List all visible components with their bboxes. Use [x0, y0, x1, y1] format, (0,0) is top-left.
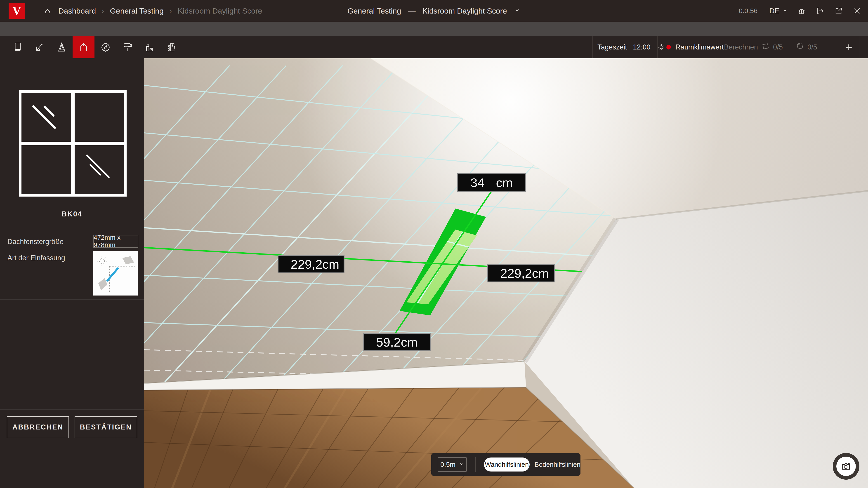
confirm-button[interactable]: BESTÄTIGEN	[74, 416, 137, 438]
sidebar-divider	[0, 299, 144, 300]
saved-views-value: 0/5	[773, 43, 783, 51]
tageszeit-label: Tageszeit	[597, 43, 627, 51]
sun-icon[interactable]	[656, 42, 666, 52]
guides-bottom-bar: 0.5m Wandhilfslinien Bodenhilfslinien	[431, 453, 581, 476]
toolrow-divider	[657, 36, 658, 58]
confirm-label: BESTÄTIGEN	[80, 423, 132, 431]
measurement-label-right: 229,2 cm	[487, 264, 555, 283]
measurement-label-top: 34 cm	[457, 173, 526, 192]
top-bar: V Dashboard › General Testing › Kidsroom…	[0, 0, 868, 22]
title-scene[interactable]: Kidsroom Daylight Score	[423, 6, 507, 15]
raumklima-group: Raumklimawert	[666, 36, 724, 58]
size-value-field[interactable]: 472mm x 978mm	[93, 235, 138, 248]
tool-row: Tageszeit 12:00 Raumklimawert Berechnen …	[0, 36, 868, 58]
title-project[interactable]: General Testing	[347, 6, 401, 15]
close-icon[interactable]	[852, 6, 862, 16]
logout-icon[interactable]	[815, 6, 825, 16]
grid-size-value: 0.5m	[440, 461, 456, 468]
screenshot-button[interactable]	[833, 453, 860, 480]
bottombar-divider	[475, 457, 476, 472]
tageszeit-value[interactable]: 12:00	[633, 43, 651, 51]
chevron-down-icon	[782, 7, 788, 15]
toolrow-divider	[859, 36, 860, 58]
tool-compass[interactable]	[94, 36, 116, 58]
berechnen-label: Berechnen	[724, 43, 758, 51]
header-divider-strip	[0, 22, 868, 36]
language-value: DE	[770, 7, 779, 15]
tool-roof-window[interactable]	[72, 36, 94, 58]
measurement-unit: cm	[322, 257, 339, 271]
tool-interior[interactable]	[138, 36, 160, 58]
cancel-button[interactable]: ABBRECHEN	[7, 416, 69, 438]
saved-views-counter[interactable]: 0/5	[761, 36, 783, 58]
logo-letter: V	[12, 4, 21, 18]
window-code: BK04	[0, 210, 144, 218]
breadcrumb: Dashboard › General Testing › Kidsroom D…	[42, 0, 262, 22]
cancel-label: ABBRECHEN	[12, 423, 63, 431]
home-icon	[42, 6, 53, 16]
external-link-icon[interactable]	[834, 6, 844, 16]
measurement-unit: cm	[532, 266, 549, 281]
floor-guides-label: Bodenhilfslinien	[535, 461, 581, 468]
measurement-label-bottom: 59,2 cm	[363, 333, 431, 351]
breadcrumb-separator: ›	[102, 7, 104, 15]
floor-guides-toggle[interactable]: Bodenhilfslinien	[535, 461, 581, 468]
camera-icon	[836, 457, 856, 476]
breadcrumb-project[interactable]: General Testing	[110, 6, 164, 15]
tool-roof-pitch[interactable]	[29, 36, 51, 58]
version-label: 0.0.56	[739, 7, 757, 15]
title-separator: —	[408, 6, 416, 15]
measurement-value: 229,2	[500, 266, 532, 281]
top-bar-actions: 0.0.56 DE	[739, 0, 862, 22]
chevron-down-icon[interactable]	[514, 6, 521, 15]
exports-counter[interactable]: 0/5	[796, 36, 817, 58]
daylight-time-group: Tageszeit 12:00	[597, 36, 666, 58]
flashing-label: Art der Einfassung	[7, 254, 65, 262]
measurement-value: 59,2	[376, 335, 401, 350]
tool-entrance[interactable]	[160, 36, 182, 58]
sidebar-divider	[0, 410, 144, 410]
measurement-label-left: 229,2 cm	[278, 255, 344, 273]
breadcrumb-dashboard[interactable]: Dashboard	[58, 6, 96, 15]
exports-value: 0/5	[807, 43, 817, 51]
window-preview-graphic	[19, 90, 127, 197]
chevron-down-icon	[459, 461, 464, 468]
toolrow-divider	[592, 36, 593, 58]
wall-guides-label: Wandhilfslinien	[485, 461, 529, 468]
tool-room-outline[interactable]	[7, 36, 29, 58]
grid-size-dropdown[interactable]: 0.5m	[438, 457, 467, 472]
size-value: 472mm x 978mm	[94, 234, 138, 249]
properties-sidebar: BK04 Dachfenstergröße 472mm x 978mm Art …	[0, 58, 144, 488]
add-button[interactable]: +	[845, 36, 852, 58]
tool-paint-roller[interactable]	[116, 36, 138, 58]
wall-guides-toggle[interactable]: Wandhilfslinien	[484, 457, 530, 471]
measurement-unit: cm	[401, 335, 418, 350]
velux-logo[interactable]: V	[8, 3, 25, 19]
breadcrumb-scene: Kidsroom Daylight Score	[178, 6, 262, 15]
bug-report-icon[interactable]	[797, 6, 807, 16]
tool-palette	[7, 36, 182, 58]
raumklimawert-label[interactable]: Raumklimawert	[675, 43, 724, 51]
size-label: Dachfenstergröße	[7, 238, 64, 246]
roof-window-outline-icon	[761, 42, 770, 53]
roof-window-lines-icon	[796, 42, 804, 53]
measurement-value: 34	[470, 175, 485, 190]
status-dot-red	[666, 45, 671, 50]
tool-measure-triangle[interactable]	[51, 36, 72, 58]
flashing-thumbnail[interactable]	[93, 251, 138, 295]
breadcrumb-separator: ›	[169, 7, 172, 15]
viewport-3d[interactable]: 34 cm 229,2 cm 229,2 cm 59,2 cm 0.5m Wan…	[144, 58, 868, 488]
measurement-unit: cm	[496, 175, 513, 190]
measurement-value: 229,2	[291, 257, 322, 271]
berechnen-button[interactable]: Berechnen	[724, 36, 758, 58]
language-selector[interactable]: DE	[770, 7, 788, 15]
